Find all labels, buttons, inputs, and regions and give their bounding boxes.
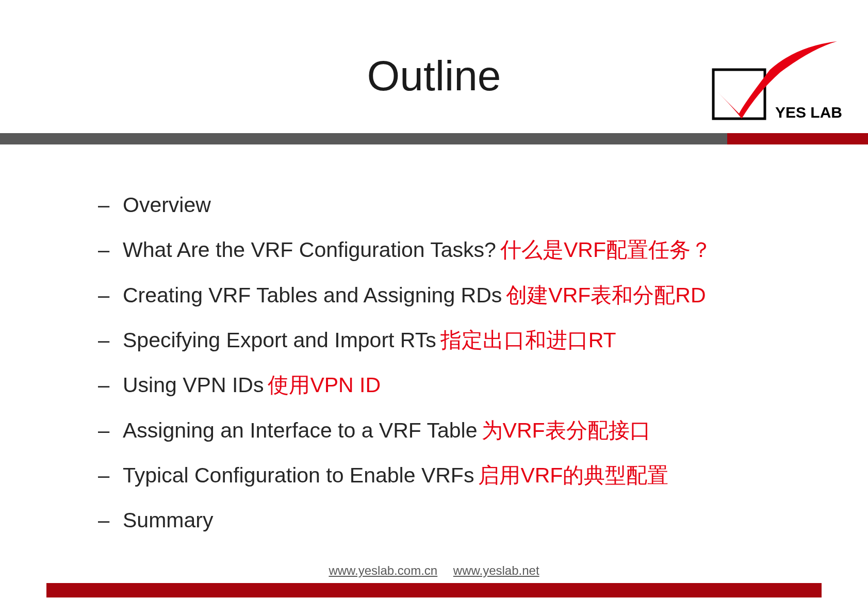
bullet-en: Summary [123,508,213,532]
bullet-en: Overview [123,193,211,217]
dash-icon: – [98,191,113,219]
footer-links: www.yeslab.com.cn www.yeslab.net [0,563,868,578]
bullet-en: What Are the VRF Configuration Tasks? [123,238,496,262]
dash-icon: – [98,461,113,489]
divider-red [727,133,868,144]
dash-icon: – [98,416,113,444]
dash-icon: – [98,506,113,534]
slide: Outline YES LAB – Overview – What Are th… [0,0,868,614]
list-item: – What Are the VRF Configuration Tasks?什… [98,236,806,264]
bullet-zh: 启用VRF的典型配置 [478,463,668,487]
list-item: – Using VPN IDs使用VPN ID [98,371,806,399]
list-item: – Assigning an Interface to a VRF Table为… [98,416,806,445]
bullet-zh: 什么是VRF配置任务？ [500,238,712,262]
dash-icon: – [98,371,113,399]
bullet-en: Assigning an Interface to a VRF Table [123,418,478,442]
footer-red-bar [46,583,822,597]
bullet-zh: 使用VPN ID [268,373,381,397]
yeslab-logo: YES LAB [708,41,842,126]
bullet-en: Specifying Export and Import RTs [123,328,436,352]
list-item: – Summary [98,506,806,535]
header-area: Outline YES LAB [0,0,868,150]
divider-gray [0,133,727,144]
bullet-zh: 为VRF表分配接口 [482,418,651,442]
list-item: – Specifying Export and Import RTs指定出口和进… [98,326,806,354]
dash-icon: – [98,326,113,354]
dash-icon: – [98,236,113,264]
bullet-en: Typical Configuration to Enable VRFs [123,463,474,487]
bullet-en: Creating VRF Tables and Assigning RDs [123,283,502,307]
bullet-list: – Overview – What Are the VRF Configurat… [98,191,806,552]
dash-icon: – [98,281,113,309]
list-item: – Overview [98,191,806,219]
bullet-zh: 创建VRF表和分配RD [506,283,706,307]
logo-text: YES LAB [775,104,842,121]
bullet-en: Using VPN IDs [123,373,264,397]
list-item: – Creating VRF Tables and Assigning RDs创… [98,281,806,310]
footer-link-1[interactable]: www.yeslab.com.cn [329,563,437,577]
footer-link-2[interactable]: www.yeslab.net [453,563,539,577]
list-item: – Typical Configuration to Enable VRFs启用… [98,461,806,490]
bullet-zh: 指定出口和进口RT [440,328,616,352]
